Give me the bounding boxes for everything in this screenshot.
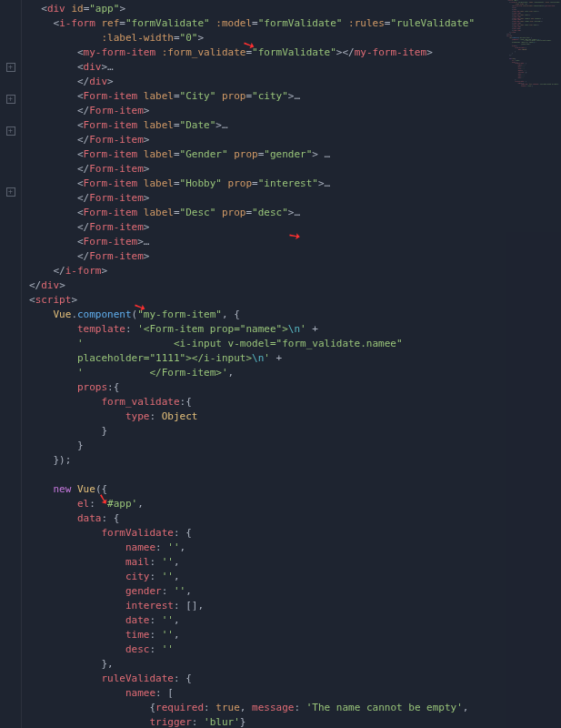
code-line[interactable] bbox=[29, 468, 561, 482]
code-line[interactable]: type: Object bbox=[29, 410, 561, 424]
code-line[interactable]: <Form-item label="Hobby" prop="interest"… bbox=[29, 177, 561, 191]
code-line[interactable]: desc: '' bbox=[29, 642, 561, 657]
code-line[interactable]: namee: '', bbox=[29, 541, 561, 555]
code-line[interactable]: </Form-item> bbox=[29, 249, 561, 264]
code-line[interactable]: placeholder="1111"></i-input>\n' + bbox=[29, 351, 561, 366]
code-line[interactable]: ' </Form-item>', bbox=[29, 366, 561, 380]
fold-toggle[interactable]: + bbox=[6, 95, 15, 104]
code-line[interactable]: <my-form-item :form_validate="formValida… bbox=[29, 46, 561, 60]
code-line[interactable]: date: '', bbox=[29, 613, 561, 628]
code-line[interactable]: <Form-item label="Date">… bbox=[29, 118, 561, 133]
fold-toggle[interactable]: + bbox=[6, 126, 15, 136]
code-line[interactable]: <div id="app"> bbox=[29, 2, 561, 16]
code-line[interactable]: time: '', bbox=[29, 628, 561, 642]
code-line[interactable]: interest: [], bbox=[29, 599, 561, 613]
code-line[interactable]: }); bbox=[29, 453, 561, 468]
code-line[interactable]: </div> bbox=[29, 278, 561, 293]
code-area[interactable]: <div id="app"> <i-form ref="formValidate… bbox=[22, 0, 561, 728]
fold-toggle[interactable]: + bbox=[6, 63, 15, 72]
code-line[interactable]: trigger: 'blur'} bbox=[506, 86, 561, 87]
code-line[interactable]: </Form-item> bbox=[29, 133, 561, 147]
code-line[interactable]: } bbox=[29, 439, 561, 453]
code-line[interactable]: props:{ bbox=[29, 380, 561, 395]
code-line[interactable]: </Form-item> bbox=[29, 162, 561, 177]
code-line[interactable]: gender: '', bbox=[29, 584, 561, 599]
code-line[interactable]: template: '<Form-item prop="namee">\n' + bbox=[29, 322, 561, 337]
code-line[interactable]: mail: '', bbox=[29, 555, 561, 570]
code-line[interactable]: city: '', bbox=[29, 570, 561, 584]
code-line[interactable]: Vue.component("my-form-item", { bbox=[29, 308, 561, 322]
code-line[interactable]: {required: true, message: 'The name cann… bbox=[29, 701, 561, 715]
code-line[interactable]: <Form-item label="Gender" prop="gender">… bbox=[29, 147, 561, 162]
gutter: ++++ bbox=[0, 0, 22, 728]
code-line[interactable]: <div>… bbox=[29, 60, 561, 75]
code-line[interactable]: </Form-item> bbox=[29, 220, 561, 235]
code-line[interactable]: :label-width="0"> bbox=[29, 31, 561, 46]
code-line[interactable]: <i-form ref="formValidate" :model="formV… bbox=[29, 16, 561, 31]
code-line[interactable]: } bbox=[29, 424, 561, 439]
code-line[interactable]: trigger: 'blur'} bbox=[29, 715, 561, 728]
fold-toggle[interactable]: + bbox=[6, 187, 15, 197]
code-line[interactable]: </Form-item> bbox=[29, 191, 561, 206]
code-line[interactable]: ' <i-input v-model="form_validate.namee" bbox=[29, 337, 561, 351]
code-line[interactable]: ruleValidate: { bbox=[29, 672, 561, 686]
code-line[interactable]: data: { bbox=[29, 511, 561, 526]
code-line[interactable]: </Form-item> bbox=[29, 104, 561, 118]
code-line[interactable]: <Form-item label="City" prop="city">… bbox=[29, 89, 561, 104]
code-line[interactable]: <Form-item>… bbox=[29, 235, 561, 249]
code-editor[interactable]: ++++ <div id="app"> <i-form ref="formVal… bbox=[0, 0, 561, 728]
code-line[interactable]: <script> bbox=[29, 293, 561, 308]
code-line[interactable]: </div> bbox=[29, 75, 561, 89]
code-line[interactable]: namee: [ bbox=[29, 686, 561, 701]
code-line[interactable]: formValidate: { bbox=[29, 526, 561, 541]
code-line[interactable]: form_validate:{ bbox=[29, 395, 561, 410]
minimap[interactable]: <div id="app"> <i-form ref="formValidate… bbox=[506, 0, 561, 728]
code-line[interactable]: </i-form> bbox=[29, 264, 561, 278]
code-line[interactable]: }, bbox=[29, 657, 561, 672]
code-line[interactable]: el: '#app', bbox=[29, 497, 561, 511]
code-line[interactable]: new Vue({ bbox=[29, 482, 561, 497]
code-line[interactable]: <Form-item label="Desc" prop="desc">… bbox=[29, 206, 561, 220]
